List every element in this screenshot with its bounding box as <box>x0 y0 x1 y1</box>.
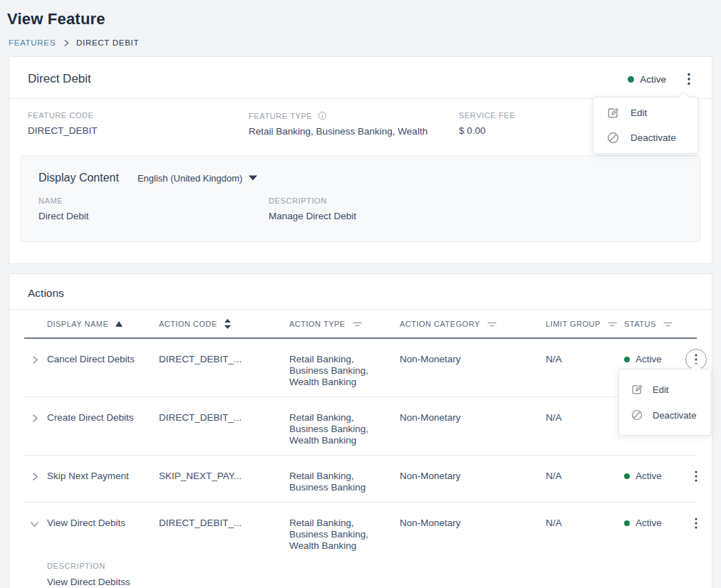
sort-asc-icon[interactable] <box>115 321 123 327</box>
display-description-label: DESCRIPTION <box>269 196 356 205</box>
cell-action-category: Non-Monetary <box>400 412 546 424</box>
filter-icon[interactable] <box>487 320 497 328</box>
kebab-icon <box>695 471 697 482</box>
row-description-value: View Direct Debitss <box>47 577 697 587</box>
feature-type-value: Retail Banking, Business Banking, Wealth <box>249 126 459 137</box>
deactivate-icon <box>606 131 620 145</box>
column-action-type[interactable]: ACTION TYPE <box>289 320 400 328</box>
menu-item-edit[interactable]: Edit <box>593 100 697 125</box>
breadcrumb: FEATURES DIRECT DEBIT <box>9 38 712 47</box>
cell-display-name: Create Direct Debits <box>47 412 159 424</box>
sort-both-icon[interactable] <box>224 319 231 329</box>
column-status[interactable]: STATUS <box>624 320 685 328</box>
table-row: Create Direct Debits DIRECT_DEBIT_... Re… <box>24 397 697 456</box>
row-description-detail: DESCRIPTION View Direct Debitss <box>47 562 697 587</box>
expand-chevron-right-icon[interactable] <box>24 412 47 426</box>
cell-limit-group: N/A <box>546 412 624 424</box>
cell-action-code: DIRECT_DEBIT_... <box>159 518 289 529</box>
menu-item-deactivate[interactable]: Deactivate <box>619 402 710 428</box>
feature-context-menu: Edit Deactivate <box>593 97 698 154</box>
cell-action-category: Non-Monetary <box>400 518 546 529</box>
actions-table: DISPLAY NAME ACTION CODE ACTION TYPE <box>24 310 697 588</box>
expand-chevron-right-icon[interactable] <box>24 354 47 367</box>
caret-down-icon <box>249 175 257 181</box>
page-title: View Feature <box>7 10 712 28</box>
status-dot-icon <box>624 473 630 479</box>
feature-type-field: FEATURE TYPE Retail Banking, Business Ba… <box>249 111 459 137</box>
cell-action-type: Retail Banking, Business Banking <box>289 471 378 493</box>
feature-kebab-menu-button[interactable] <box>685 71 693 87</box>
edit-icon <box>606 106 620 120</box>
cell-status: Active <box>624 354 685 365</box>
language-selector[interactable]: English (United Kingdom) <box>138 173 257 184</box>
status-dot-icon <box>624 520 630 526</box>
filter-icon[interactable] <box>663 320 673 328</box>
breadcrumb-chevron-icon <box>62 39 70 47</box>
row-kebab-menu-button[interactable] <box>685 513 707 534</box>
cell-action-type: Retail Banking, Business Banking, Wealth… <box>289 518 378 552</box>
display-name-label: NAME <box>38 196 269 205</box>
breadcrumb-current: DIRECT DEBIT <box>76 38 139 47</box>
view-feature-page: View Feature FEATURES DIRECT DEBIT Direc… <box>0 0 721 588</box>
display-description-value: Manage Direct Debit <box>269 211 356 221</box>
status-dot-icon <box>624 357 630 362</box>
cell-limit-group: N/A <box>546 518 624 529</box>
display-content-title: Display Content <box>38 172 119 184</box>
status-dot-icon <box>628 76 634 83</box>
cell-status: Active <box>624 471 685 482</box>
filter-icon[interactable] <box>608 320 617 328</box>
column-limit-group[interactable]: LIMIT GROUP <box>546 320 624 328</box>
menu-item-deactivate[interactable]: Deactivate <box>593 125 697 150</box>
info-icon[interactable] <box>318 111 327 120</box>
cell-display-name: Skip Next Payment <box>47 471 159 482</box>
deactivate-icon <box>631 409 643 421</box>
display-description-field: DESCRIPTION Manage Direct Debit <box>269 196 356 221</box>
kebab-icon <box>688 73 690 85</box>
service-fee-value: $ 0.00 <box>459 125 515 136</box>
cell-limit-group: N/A <box>546 471 624 482</box>
cell-action-category: Non-Monetary <box>400 471 546 482</box>
collapse-chevron-down-icon[interactable] <box>24 518 47 531</box>
cell-display-name: Cancel Direct Debits <box>47 354 159 365</box>
cell-action-code: DIRECT_DEBIT_... <box>159 354 289 365</box>
display-content-section: Display Content English (United Kingdom)… <box>21 155 700 242</box>
language-selected-value: English (United Kingdom) <box>138 173 242 184</box>
column-action-category[interactable]: ACTION CATEGORY <box>400 320 546 328</box>
actions-card: Actions DISPLAY NAME ACTION CODE <box>9 273 712 588</box>
feature-code-field: FEATURE CODE DIRECT_DEBIT <box>28 111 249 137</box>
feature-card-header: Direct Debit Active <box>9 57 712 98</box>
feature-title: Direct Debit <box>28 72 91 86</box>
feature-code-value: DIRECT_DEBIT <box>28 125 249 136</box>
feature-status-badge: Active <box>628 74 666 85</box>
feature-type-label: FEATURE TYPE <box>249 112 312 120</box>
row-context-menu: Edit Deactivate <box>618 369 711 436</box>
column-display-name[interactable]: DISPLAY NAME <box>47 320 159 328</box>
display-name-value: Direct Debit <box>38 211 269 221</box>
actions-title: Actions <box>28 287 64 299</box>
breadcrumb-features-link[interactable]: FEATURES <box>9 38 56 47</box>
table-row-expanded: View Direct Debits DIRECT_DEBIT_... Reta… <box>24 503 697 588</box>
table-row: Skip Next Payment SKIP_NEXT_PAY... Retai… <box>24 456 697 503</box>
cell-limit-group: N/A <box>546 354 624 365</box>
display-name-field: NAME Direct Debit <box>38 196 269 221</box>
expand-chevron-right-icon[interactable] <box>24 471 47 484</box>
kebab-icon <box>695 518 697 529</box>
feature-code-label: FEATURE CODE <box>28 111 249 120</box>
row-description-label: DESCRIPTION <box>47 562 697 570</box>
feature-card: Direct Debit Active FEATURE CODE DIRECT_… <box>9 56 712 264</box>
edit-icon <box>631 383 643 396</box>
row-kebab-menu-button[interactable] <box>685 466 707 487</box>
cell-status: Active <box>624 518 685 529</box>
column-action-code[interactable]: ACTION CODE <box>159 319 289 329</box>
cell-action-code: SKIP_NEXT_PAY... <box>159 471 289 482</box>
cell-action-type: Retail Banking, Business Banking, Wealth… <box>289 354 378 388</box>
actions-table-header: DISPLAY NAME ACTION CODE ACTION TYPE <box>24 310 697 339</box>
menu-item-edit[interactable]: Edit <box>619 377 710 402</box>
cell-action-code: DIRECT_DEBIT_... <box>159 412 289 424</box>
cell-action-category: Non-Monetary <box>400 354 546 365</box>
service-fee-label: SERVICE FEE <box>459 111 515 120</box>
cell-display-name: View Direct Debits <box>47 518 159 529</box>
filter-icon[interactable] <box>353 320 362 328</box>
service-fee-field: SERVICE FEE $ 0.00 <box>459 111 515 137</box>
table-row: Cancel Direct Debits DIRECT_DEBIT_... Re… <box>24 339 697 397</box>
